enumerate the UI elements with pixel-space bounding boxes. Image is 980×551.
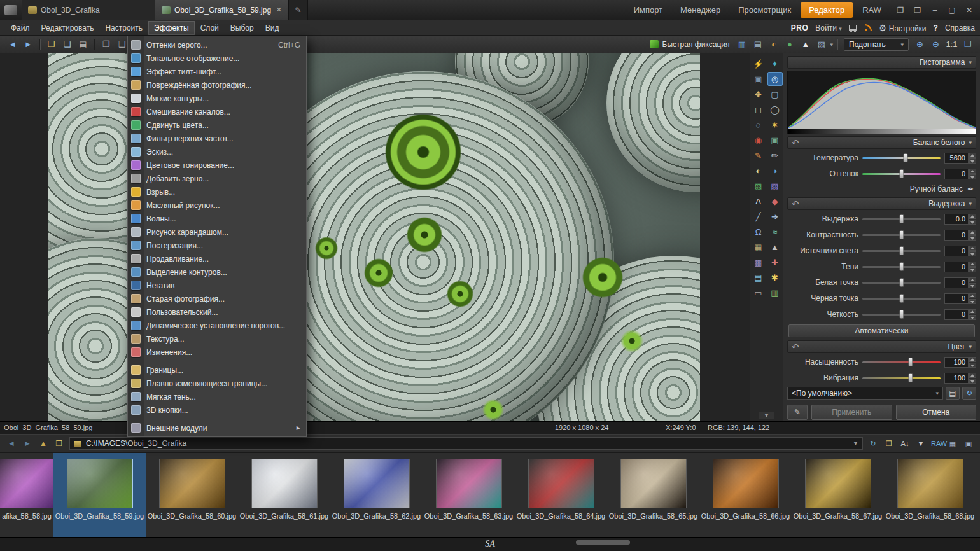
menu-item[interactable]: Взрыв... ▶ [128, 185, 306, 199]
value-field[interactable]: 5600 [944, 153, 969, 164]
slider-thumb[interactable] [899, 310, 904, 319]
pathbar-tool-icon[interactable]: RAW [931, 440, 942, 447]
spinner-up-icon[interactable] [969, 153, 976, 158]
menubar-item[interactable]: Вид [260, 21, 285, 35]
tool-icon[interactable]: ≈ [767, 225, 783, 239]
slider-thumb[interactable] [909, 358, 913, 366]
menu-item[interactable]: Волны... ▶ [128, 212, 306, 225]
preset-save-icon[interactable]: ▤ [946, 387, 960, 400]
menu-item[interactable]: Сдвинуть цвета... ▶ [128, 118, 306, 132]
thumbnail-image[interactable] [67, 459, 133, 508]
document-tab[interactable]: Oboi_3D_Grafika [22, 0, 155, 20]
menubar-item[interactable]: Эффекты [148, 21, 195, 35]
tool-icon[interactable]: ✶ [767, 118, 783, 132]
tool-icon[interactable]: ▦ [751, 240, 766, 254]
slider-thumb[interactable] [899, 262, 904, 271]
tool-icon[interactable]: ✦ [767, 57, 783, 71]
value-field[interactable]: 100 [944, 373, 969, 384]
pathbar-nav-icon[interactable]: ► [22, 439, 33, 448]
pathbar-nav-icon[interactable]: ◄ [6, 439, 17, 448]
menu-item[interactable]: Продавливание... ▶ [128, 252, 306, 265]
exposure-header[interactable]: ↶ Выдержка ▾ [787, 197, 976, 210]
slider[interactable] [862, 298, 941, 300]
thumbnail-image[interactable] [159, 459, 225, 508]
pathbar-tool-icon[interactable]: ▦ [947, 440, 958, 448]
spinner-down-icon[interactable] [969, 299, 976, 304]
tool-icon[interactable]: ▩ [751, 255, 766, 269]
slider-thumb[interactable] [899, 214, 904, 223]
filmstrip-item[interactable]: Oboi_3D_Grafika_58_61.jpg [238, 453, 330, 537]
preset-reset-icon[interactable]: ↻ [962, 387, 976, 400]
spinner-up-icon[interactable] [969, 373, 976, 378]
menu-item[interactable]: Выделение контуров... ▶ [128, 265, 306, 279]
preset-select[interactable]: <По умолчанию> ▾ [787, 387, 943, 400]
maximize-button[interactable]: ▢ [944, 3, 960, 17]
menubar-item[interactable]: Выбор [225, 21, 260, 35]
value-field[interactable]: 0 [944, 277, 969, 288]
spinner-up-icon[interactable] [969, 277, 976, 282]
tool-icon[interactable]: ◯ [767, 102, 783, 116]
toolbar-adjust-icon[interactable]: ● [782, 38, 797, 51]
thumbnail-image[interactable] [620, 459, 687, 508]
minimize-button[interactable]: – [927, 3, 943, 17]
tool-icon[interactable]: ▢ [767, 87, 783, 101]
filmstrip-item[interactable]: Oboi_3D_Grafika_58_68.jpg [884, 453, 976, 537]
tool-icon[interactable]: ▭ [751, 286, 766, 300]
slider-thumb[interactable] [903, 153, 907, 162]
filmstrip-item[interactable]: Oboi_3D_Grafika_58_60.jpg [146, 453, 238, 537]
cart-icon[interactable] [849, 25, 857, 31]
filmstrip-item[interactable]: Oboi_3D_Grafika_58_65.jpg [607, 453, 699, 537]
menu-item[interactable]: Эффект тилт-шифт... ▶ [128, 65, 306, 78]
tool-icon[interactable]: ◐ [751, 164, 766, 178]
tab-close-icon[interactable]: ✕ [276, 6, 282, 14]
login-button[interactable]: Войти ▾ [815, 24, 841, 32]
thumbnail-image[interactable] [251, 459, 318, 508]
spinner-up-icon[interactable] [969, 309, 976, 314]
menubar-item[interactable]: Файл [5, 21, 36, 35]
toolbar-file-icon[interactable]: ▤ [76, 38, 90, 51]
menubar-item[interactable]: Редактировать [36, 21, 100, 35]
tool-icon[interactable]: ◌ [751, 118, 766, 132]
slider[interactable] [862, 250, 941, 252]
toolbar-zoom-icon[interactable]: ❒ [960, 38, 975, 51]
tool-icon[interactable]: ◉ [751, 133, 766, 147]
quick-fix-button[interactable]: Быстрая фиксация [646, 40, 734, 49]
menu-item[interactable]: Оттенки серого... Ctrl+G ▶ [128, 38, 306, 52]
pathbar-nav-icon[interactable]: ▲ [38, 439, 49, 448]
tool-icon[interactable]: A [751, 194, 766, 208]
slider[interactable] [862, 314, 941, 316]
chevron-down-icon[interactable]: ▾ [830, 41, 833, 48]
slider[interactable] [862, 173, 941, 175]
thumbnail-image[interactable] [436, 459, 502, 508]
spinner-down-icon[interactable] [969, 235, 976, 241]
white-balance-header[interactable]: ↶ Баланс белого ▾ [787, 136, 976, 149]
spinner-up-icon[interactable] [969, 214, 976, 219]
toolbar-adjust-icon[interactable]: ▲ [798, 38, 813, 51]
menu-item[interactable]: Смешивание каналов... ▶ [128, 105, 306, 118]
toolbar-file-icon[interactable]: ❒ [44, 38, 59, 51]
tool-icon[interactable]: Ω [751, 225, 766, 239]
toolbar-zoom-icon[interactable]: ⊕ [913, 38, 927, 51]
tool-icon[interactable]: ◑ [767, 164, 783, 178]
toolbar-zoom-icon[interactable]: ⊖ [928, 38, 943, 51]
new-tab-button[interactable]: ✎ [289, 0, 308, 20]
mode-button[interactable]: RAW [854, 2, 890, 18]
menu-item[interactable]: Мягкая тень... ▶ [128, 390, 306, 403]
thumbnail-image[interactable] [805, 459, 871, 508]
filmstrip-item[interactable]: Oboi_3D_Grafika_58_64.jpg [515, 453, 607, 537]
auto-button[interactable]: Автоматически [788, 324, 975, 337]
apply-button[interactable]: Применить [811, 405, 892, 420]
settings-button[interactable]: ⚙ Настройки [879, 23, 927, 33]
path-dropdown-icon[interactable]: ▼ [853, 440, 858, 447]
toolbar-zoom-icon[interactable]: 1:1 [944, 38, 959, 51]
menu-item[interactable]: Повреждённая фотография... ▶ [128, 78, 306, 92]
tool-icon[interactable]: ✥ [751, 87, 766, 101]
slider[interactable] [862, 234, 941, 236]
value-field[interactable]: 0 [944, 230, 969, 241]
manual-balance-row[interactable]: Ручной баланс ✒ [787, 183, 976, 195]
cancel-button[interactable]: Отмена [896, 405, 977, 420]
toolbar-nav-icon[interactable]: ◄ [5, 38, 20, 51]
spinner-up-icon[interactable] [969, 293, 976, 298]
spinner-down-icon[interactable] [969, 379, 976, 384]
thumbnail-image[interactable] [0, 459, 53, 508]
